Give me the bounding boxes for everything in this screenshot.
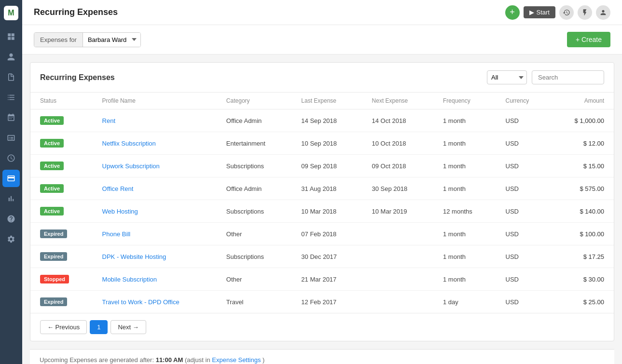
cell-profile-5: Phone Bill xyxy=(93,223,217,245)
page-title: Recurring Expenses xyxy=(34,7,118,17)
table-controls: All Active Expired Stopped xyxy=(487,70,604,84)
cell-next-2: 09 Oct 2018 xyxy=(362,155,433,177)
sidebar-item-calendar[interactable] xyxy=(2,109,20,126)
cell-profile-0: Rent xyxy=(93,109,217,132)
previous-button[interactable]: ← Previous xyxy=(40,320,87,334)
cell-currency-1: USD xyxy=(496,132,551,155)
table-row: Stopped Mobile Subscription Other 21 Mar… xyxy=(30,268,614,291)
table-row: Expired Travel to Work - DPD Office Trav… xyxy=(30,291,614,313)
app-logo: M xyxy=(4,6,18,20)
col-amount: Amount xyxy=(551,93,614,109)
cell-status-7: Stopped xyxy=(30,268,93,291)
cell-status-0: Active xyxy=(30,109,93,132)
cell-frequency-4: 12 months xyxy=(433,200,496,223)
cell-next-3: 30 Sep 2018 xyxy=(362,177,433,200)
cell-frequency-0: 1 month xyxy=(433,109,496,132)
sidebar-item-tasks[interactable] xyxy=(2,89,20,106)
cell-status-8: Expired xyxy=(30,291,93,313)
cell-frequency-6: 1 month xyxy=(433,245,496,268)
cell-category-0: Office Admin xyxy=(217,109,291,132)
profile-link-0[interactable]: Rent xyxy=(102,117,115,124)
sidebar-item-dashboard[interactable] xyxy=(2,28,20,45)
content-inner: Recurring Expenses All Active Expired St… xyxy=(30,62,614,341)
profile-link-6[interactable]: DPK - Website Hosting xyxy=(102,253,166,260)
cell-category-2: Subscriptions xyxy=(217,155,291,177)
sidebar-item-expenses[interactable] xyxy=(2,170,20,187)
start-button[interactable]: ▶ Start xyxy=(524,6,555,18)
cell-amount-5: $ 100.00 xyxy=(551,223,614,245)
cell-frequency-2: 1 month xyxy=(433,155,496,177)
footer-note-prefix: Upcoming Expenses are generated after: xyxy=(40,356,154,364)
expense-table: Status Profile Name Category Last Expens… xyxy=(30,93,614,313)
create-button[interactable]: + Create xyxy=(567,32,610,47)
toolbar: Expenses for Barbara Ward + Create xyxy=(22,25,622,54)
sidebar-item-time[interactable] xyxy=(2,149,20,167)
filter-label: Expenses for xyxy=(34,33,83,47)
footer-note-time: 11:00 AM xyxy=(156,356,183,364)
cell-amount-0: $ 1,000.00 xyxy=(551,109,614,132)
sidebar-item-estimates[interactable] xyxy=(2,129,20,147)
expense-settings-link[interactable]: Expense Settings xyxy=(212,356,261,364)
next-button[interactable]: Next → xyxy=(111,320,146,334)
status-badge-2: Active xyxy=(40,162,64,170)
bolt-button[interactable] xyxy=(578,5,592,20)
status-filter-select[interactable]: All Active Expired Stopped xyxy=(487,70,527,84)
footer-note: Upcoming Expenses are generated after: 1… xyxy=(30,349,614,364)
cell-category-5: Other xyxy=(217,223,291,245)
profile-link-5[interactable]: Phone Bill xyxy=(102,230,131,238)
cell-currency-3: USD xyxy=(496,177,551,200)
avatar-button[interactable] xyxy=(596,5,610,20)
cell-next-6 xyxy=(362,245,433,268)
cell-last-5: 07 Feb 2018 xyxy=(291,223,362,245)
cell-category-6: Subscriptions xyxy=(217,245,291,268)
cell-currency-2: USD xyxy=(496,155,551,177)
cell-last-4: 10 Mar 2018 xyxy=(291,200,362,223)
table-title: Recurring Expenses xyxy=(40,73,115,82)
cell-next-5 xyxy=(362,223,433,245)
history-button[interactable] xyxy=(559,5,574,20)
profile-link-3[interactable]: Office Rent xyxy=(102,185,134,192)
cell-status-6: Expired xyxy=(30,245,93,268)
cell-amount-7: $ 30.00 xyxy=(551,268,614,291)
sidebar-item-contacts[interactable] xyxy=(2,48,20,66)
cell-profile-7: Mobile Subscription xyxy=(93,268,217,291)
cell-status-2: Active xyxy=(30,155,93,177)
cell-last-7: 21 Mar 2017 xyxy=(291,268,362,291)
profile-link-2[interactable]: Upwork Subscription xyxy=(102,162,160,170)
cell-currency-8: USD xyxy=(496,291,551,313)
col-next-expense: Next Expense xyxy=(362,93,433,109)
cell-next-1: 10 Oct 2018 xyxy=(362,132,433,155)
profile-link-1[interactable]: Netflix Subscription xyxy=(102,140,156,147)
table-row: Active Upwork Subscription Subscriptions… xyxy=(30,155,614,177)
profile-link-7[interactable]: Mobile Subscription xyxy=(102,276,157,283)
sidebar: M xyxy=(0,0,22,364)
table-row: Active Web Hosting Subscriptions 10 Mar … xyxy=(30,200,614,223)
cell-frequency-3: 1 month xyxy=(433,177,496,200)
start-label: Start xyxy=(537,9,550,16)
cell-last-8: 12 Feb 2017 xyxy=(291,291,362,313)
status-badge-0: Active xyxy=(40,116,64,125)
profile-link-8[interactable]: Travel to Work - DPD Office xyxy=(102,298,180,306)
table-row: Active Rent Office Admin 14 Sep 2018 14 … xyxy=(30,109,614,132)
cell-last-3: 31 Aug 2018 xyxy=(291,177,362,200)
cell-frequency-5: 1 month xyxy=(433,223,496,245)
employee-filter-select[interactable]: Barbara Ward xyxy=(83,33,140,47)
sidebar-item-settings[interactable] xyxy=(2,230,20,248)
footer-note-middle: (adjust in xyxy=(185,356,210,364)
status-badge-7: Stopped xyxy=(40,275,69,283)
sidebar-item-help[interactable] xyxy=(2,210,20,228)
page-1-button[interactable]: 1 xyxy=(90,320,108,334)
header-actions: + ▶ Start xyxy=(505,5,610,20)
content-area: Recurring Expenses All Active Expired St… xyxy=(22,54,622,364)
add-button[interactable]: + xyxy=(505,5,520,20)
sidebar-item-invoices[interactable] xyxy=(2,68,20,86)
profile-link-4[interactable]: Web Hosting xyxy=(102,208,138,215)
status-badge-6: Expired xyxy=(40,252,67,261)
cell-amount-2: $ 15.00 xyxy=(551,155,614,177)
sidebar-item-reports[interactable] xyxy=(2,190,20,207)
cell-profile-6: DPK - Website Hosting xyxy=(93,245,217,268)
cell-amount-3: $ 575.00 xyxy=(551,177,614,200)
cell-currency-4: USD xyxy=(496,200,551,223)
search-input[interactable] xyxy=(532,70,604,84)
cell-status-4: Active xyxy=(30,200,93,223)
